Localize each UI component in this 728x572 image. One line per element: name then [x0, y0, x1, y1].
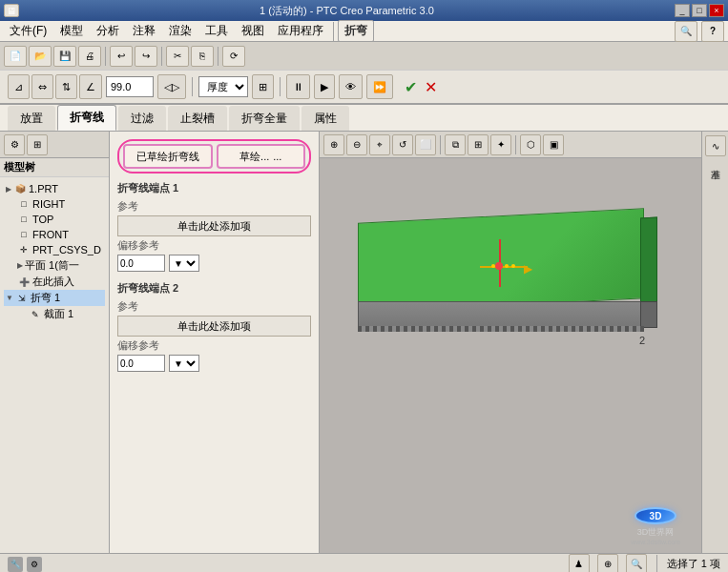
already-selected-btn[interactable]: 已草绘折弯线: [123, 144, 213, 169]
view3d-btn[interactable]: ⬜: [415, 134, 436, 155]
right-side-toolbar: ∿ 基准: [701, 132, 728, 553]
tree-item-bend1[interactable]: ▼ ⇲ 折弯 1: [4, 290, 105, 306]
angle-input[interactable]: [106, 76, 154, 97]
side-btn-1[interactable]: ∿: [705, 135, 726, 156]
tree-item-top[interactable]: □ TOP: [4, 212, 105, 227]
plane-icon-3: □: [17, 228, 31, 241]
nav-icon-1[interactable]: ♟: [569, 554, 590, 573]
save-button[interactable]: 💾: [53, 46, 76, 67]
fit-btn[interactable]: ⌖: [369, 134, 390, 155]
tree-item-csys[interactable]: ✛ PRT_CSYS_D: [4, 242, 105, 257]
open-button[interactable]: 📂: [29, 46, 52, 67]
tree-settings-btn[interactable]: ⚙: [4, 134, 25, 155]
lights-btn[interactable]: ⬡: [520, 134, 541, 155]
shape-icon[interactable]: ⊿: [8, 74, 30, 99]
tab-filter[interactable]: 过滤: [118, 106, 166, 131]
menu-model[interactable]: 模型: [54, 21, 89, 41]
rotate-btn[interactable]: ↺: [392, 134, 413, 155]
new-button[interactable]: 📄: [4, 46, 27, 67]
hidden-btn[interactable]: ✦: [490, 134, 511, 155]
vertex-label-2: 2: [639, 335, 645, 346]
menu-annotation[interactable]: 注释: [127, 21, 161, 41]
main-content: ⚙ ⊞ 模型树 ▶ 📦 1.PRT □ RIGHT □ TOP □: [0, 132, 728, 553]
menu-tools[interactable]: 工具: [199, 21, 234, 41]
tree-content: ▶ 📦 1.PRT □ RIGHT □ TOP □ FRONT ✛: [0, 177, 109, 553]
menu-file[interactable]: 文件(F): [4, 21, 52, 41]
tree-item-insert[interactable]: ➕ 在此插入: [4, 274, 105, 290]
tab-bend-all[interactable]: 折弯全量: [229, 106, 300, 131]
tree-item-front[interactable]: □ FRONT: [4, 227, 105, 242]
print-button[interactable]: 🖨: [78, 46, 101, 67]
status-bar: 🔧 ⚙ ♟ ⊕ 🔍 选择了 1 项: [0, 553, 728, 572]
tab-placement[interactable]: 放置: [8, 106, 55, 131]
menu-analysis[interactable]: 分析: [91, 21, 125, 41]
mirror-icon[interactable]: ⇅: [55, 74, 77, 99]
play-icon[interactable]: ▶: [314, 74, 335, 99]
offset-label-2: 偏移参考: [117, 338, 311, 353]
confirm-button[interactable]: ✔: [405, 78, 417, 96]
offset-unit-1[interactable]: ▼: [169, 255, 199, 272]
preview-icon[interactable]: 👁: [339, 74, 363, 99]
shaded-btn[interactable]: ⊞: [468, 134, 489, 155]
more-btn[interactable]: ▣: [543, 134, 564, 155]
thickness-dropdown[interactable]: 厚度: [198, 76, 248, 97]
angle-icon[interactable]: ∠: [79, 74, 102, 99]
search-button[interactable]: 🔍: [675, 21, 697, 42]
menu-view[interactable]: 视图: [236, 21, 270, 41]
offset-row-1: 偏移参考: [117, 238, 311, 253]
offset-input-2[interactable]: [117, 355, 165, 372]
cut-icon[interactable]: ✂: [166, 46, 189, 67]
help-button[interactable]: ?: [701, 21, 724, 42]
title-bar: 🖥 1 (活动的) - PTC Creo Parametric 3.0 _ □ …: [0, 0, 728, 21]
refresh-button[interactable]: ⟳: [222, 46, 245, 67]
pause-icon[interactable]: ⏸: [286, 74, 310, 99]
status-icon-tool[interactable]: 🔧: [8, 557, 23, 572]
zoom-in-btn[interactable]: ⊕: [323, 134, 344, 155]
3d-view-panel: ⊕ ⊖ ⌖ ↺ ⬜ ⧉ ⊞ ✦ ⬡ ▣: [320, 132, 701, 553]
wireframe-btn[interactable]: ⧉: [445, 134, 466, 155]
copy-icon[interactable]: ⎘: [191, 46, 214, 67]
status-icon-gear[interactable]: ⚙: [27, 557, 42, 572]
menu-bend[interactable]: 折弯: [338, 20, 374, 42]
watermark-circle: 3D: [634, 507, 676, 524]
tabs-row: 放置 折弯线 过滤 止裂槽 折弯全量 属性: [0, 105, 728, 132]
section-icon: ✎: [29, 308, 42, 321]
nav-icon-2[interactable]: ⊕: [597, 554, 618, 573]
offset-unit-2[interactable]: ▼: [169, 355, 199, 372]
prt-icon: 📦: [13, 182, 27, 195]
3d-canvas[interactable]: ▶ 2 3D 3D世界网 www.3ds8w.com: [320, 158, 701, 553]
add-ref2-btn[interactable]: 单击此处添加项: [117, 316, 311, 337]
tab-bend-line[interactable]: 折弯线: [57, 105, 116, 131]
tree-item-plane1[interactable]: ▶ 平面 1(筒一: [4, 257, 105, 274]
flip-icon[interactable]: ⇔: [31, 74, 53, 99]
part-teeth: [358, 326, 644, 332]
zoom-out-btn[interactable]: ⊖: [346, 134, 367, 155]
ref-label-2: 参考: [117, 299, 311, 314]
close-button[interactable]: ×: [709, 4, 724, 17]
tab-props[interactable]: 属性: [302, 106, 349, 131]
tree-item-right[interactable]: □ RIGHT: [4, 196, 105, 212]
offset-value-row-1: ▼: [117, 255, 311, 272]
model-tree-label: 模型树: [0, 158, 109, 177]
tree-item-section1[interactable]: ✎ 截面 1: [4, 306, 105, 322]
minimize-button[interactable]: _: [675, 4, 690, 17]
sketch-button[interactable]: 草绘...: [217, 144, 306, 169]
cancel-button[interactable]: ✕: [425, 78, 437, 96]
maximize-button[interactable]: □: [692, 4, 707, 17]
menu-render[interactable]: 渲染: [163, 21, 198, 41]
offset-input-1[interactable]: [117, 255, 165, 272]
menu-app[interactable]: 应用程序: [272, 21, 329, 41]
add-ref1-btn[interactable]: 单击此处添加项: [117, 215, 311, 236]
part-right-face: [640, 217, 657, 308]
tab-relief[interactable]: 止裂槽: [168, 106, 227, 131]
redo-button[interactable]: ↪: [135, 46, 157, 67]
options-icon[interactable]: ⊞: [252, 74, 274, 99]
tree-expand-btn[interactable]: ⊞: [27, 134, 48, 155]
forward-icon[interactable]: ⏩: [366, 74, 393, 99]
endpoint2-section: 折弯线端点 2 参考 单击此处添加项 偏移参考 ▼: [117, 281, 311, 372]
part-front-face: [358, 301, 644, 328]
tree-item-prt[interactable]: ▶ 📦 1.PRT: [4, 181, 105, 196]
angle-adjust-icon[interactable]: ◁▷: [157, 74, 186, 99]
search-icon[interactable]: 🔍: [626, 554, 647, 573]
undo-button[interactable]: ↩: [110, 46, 133, 67]
